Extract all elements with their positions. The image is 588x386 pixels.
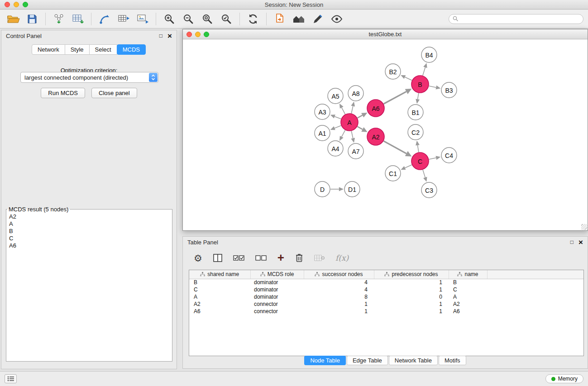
table-cell[interactable]: B bbox=[189, 279, 250, 286]
export-image-button[interactable] bbox=[134, 11, 151, 27]
table-cell[interactable]: 8 bbox=[304, 293, 374, 300]
table-row[interactable]: Adominator80A bbox=[189, 293, 583, 300]
list-item[interactable]: B bbox=[9, 228, 169, 235]
mcds-result-list[interactable]: A2ABCA6 bbox=[7, 213, 171, 360]
zoom-view-button[interactable] bbox=[204, 32, 209, 37]
graph-node-B2[interactable]: B2 bbox=[385, 64, 401, 79]
graph-node-A7[interactable]: A7 bbox=[348, 143, 363, 159]
graph-node-C2[interactable]: C2 bbox=[408, 124, 423, 140]
network-window-titlebar[interactable]: testGlobe.txt bbox=[183, 29, 588, 39]
import-table-button[interactable] bbox=[70, 11, 86, 27]
float-table-panel-icon[interactable]: □ bbox=[570, 239, 574, 245]
table-cell[interactable]: A2 bbox=[189, 300, 250, 308]
delete-column-button[interactable] bbox=[295, 253, 304, 263]
table-row[interactable]: Cdominator41C bbox=[189, 286, 583, 293]
refresh-button[interactable] bbox=[245, 11, 261, 27]
table-cell[interactable]: A bbox=[449, 293, 487, 300]
zoom-selected-button[interactable] bbox=[218, 11, 234, 27]
graph-node-B4[interactable]: B4 bbox=[421, 47, 437, 62]
list-item[interactable]: A6 bbox=[9, 242, 169, 249]
task-history-button[interactable] bbox=[5, 374, 17, 383]
select-all-button[interactable] bbox=[233, 254, 245, 262]
column-header[interactable]: predecessor nodes bbox=[374, 270, 449, 279]
graph-node-A6[interactable]: A6 bbox=[367, 100, 384, 117]
tab-network[interactable]: Network bbox=[32, 44, 65, 55]
tab-node-table[interactable]: Node Table bbox=[304, 356, 346, 365]
table-cell[interactable]: 4 bbox=[304, 286, 374, 293]
table-cell[interactable]: A bbox=[189, 293, 250, 300]
table-cell[interactable]: 1 bbox=[304, 300, 374, 308]
table-cell[interactable]: B bbox=[449, 279, 487, 286]
graph-node-C4[interactable]: C4 bbox=[441, 148, 457, 163]
graph-node-A8[interactable]: A8 bbox=[348, 86, 363, 101]
add-column-button[interactable]: + bbox=[277, 253, 284, 263]
delete-table-button[interactable] bbox=[314, 254, 325, 262]
tab-select[interactable]: Select bbox=[89, 44, 117, 55]
table-cell[interactable]: dominator bbox=[250, 279, 304, 286]
zoom-in-button[interactable] bbox=[161, 11, 177, 27]
network-from-table-button[interactable] bbox=[115, 11, 132, 27]
close-window-button[interactable] bbox=[5, 2, 10, 7]
table-cell[interactable]: 4 bbox=[304, 279, 374, 286]
open-document-button[interactable] bbox=[272, 11, 288, 27]
resize-handle[interactable] bbox=[581, 224, 587, 230]
graph-node-A3[interactable]: A3 bbox=[315, 104, 330, 119]
table-cell[interactable]: connector bbox=[250, 300, 304, 308]
table-cell[interactable]: dominator bbox=[250, 293, 304, 300]
graph-node-B1[interactable]: B1 bbox=[408, 105, 423, 120]
zoom-out-button[interactable] bbox=[180, 11, 196, 27]
float-panel-icon[interactable]: □ bbox=[159, 33, 163, 38]
annotation-button[interactable] bbox=[310, 11, 326, 27]
table-settings-button[interactable]: ⚙ bbox=[194, 253, 202, 263]
zoom-window-button[interactable] bbox=[23, 2, 28, 7]
zoom-fit-button[interactable] bbox=[199, 11, 215, 27]
graph-node-A2[interactable]: A2 bbox=[367, 128, 384, 145]
search-input[interactable] bbox=[461, 16, 579, 22]
column-header[interactable]: successor nodes bbox=[304, 270, 374, 279]
graph-node-B3[interactable]: B3 bbox=[441, 82, 457, 98]
close-table-panel-icon[interactable]: × bbox=[578, 238, 583, 246]
table-cell[interactable]: connector bbox=[250, 308, 304, 315]
column-header[interactable]: MCDS role bbox=[250, 270, 304, 279]
show-hide-button[interactable] bbox=[329, 11, 345, 27]
network-graph[interactable]: B4B2BB3A8A5A6B1A3AC2A1A2A4A7C4CC1C3DD1 bbox=[183, 39, 588, 230]
open-session-button[interactable] bbox=[5, 11, 21, 27]
tab-mcds[interactable]: MCDS bbox=[117, 44, 146, 55]
table-cell[interactable]: A6 bbox=[189, 308, 250, 315]
minimize-window-button[interactable] bbox=[14, 2, 19, 7]
graph-node-D1[interactable]: D1 bbox=[344, 181, 360, 197]
column-header[interactable]: name bbox=[449, 270, 487, 279]
optimization-criterion-select[interactable]: largest connected component (directed) bbox=[20, 72, 158, 83]
list-item[interactable]: A2 bbox=[9, 213, 169, 220]
table-cell[interactable]: 1 bbox=[374, 279, 449, 286]
search-field[interactable] bbox=[449, 14, 583, 24]
graph-node-D[interactable]: D bbox=[315, 181, 330, 197]
graph-node-B[interactable]: B bbox=[411, 76, 429, 93]
run-mcds-button[interactable]: Run MCDS bbox=[41, 88, 85, 98]
new-network-button[interactable] bbox=[96, 11, 113, 27]
list-item[interactable]: A bbox=[9, 220, 169, 228]
table-row[interactable]: A2connector11A2 bbox=[189, 300, 583, 308]
function-builder-button[interactable]: f(x) bbox=[335, 253, 349, 262]
table-cell[interactable]: 1 bbox=[374, 300, 449, 308]
close-panel-button[interactable]: Close panel bbox=[91, 88, 137, 98]
list-item[interactable]: C bbox=[9, 235, 169, 242]
graph-node-C1[interactable]: C1 bbox=[385, 166, 401, 181]
home-button[interactable] bbox=[291, 11, 307, 27]
tab-motifs[interactable]: Motifs bbox=[439, 356, 466, 365]
table-cell[interactable]: 1 bbox=[374, 286, 449, 293]
graph-node-A4[interactable]: A4 bbox=[328, 141, 343, 156]
network-canvas[interactable]: B4B2BB3A8A5A6B1A3AC2A1A2A4A7C4CC1C3DD1 bbox=[183, 39, 588, 230]
graph-node-A1[interactable]: A1 bbox=[315, 125, 330, 141]
show-columns-button[interactable] bbox=[213, 253, 223, 262]
table-cell[interactable]: A2 bbox=[449, 300, 487, 308]
save-session-button[interactable] bbox=[24, 11, 40, 27]
tab-edge-table[interactable]: Edge Table bbox=[347, 356, 388, 365]
table-cell[interactable]: 1 bbox=[304, 308, 374, 315]
memory-button[interactable]: Memory bbox=[545, 374, 583, 383]
tab-network-table[interactable]: Network Table bbox=[389, 356, 438, 365]
table-cell[interactable]: C bbox=[189, 286, 250, 293]
tab-style[interactable]: Style bbox=[65, 44, 90, 55]
graph-node-A5[interactable]: A5 bbox=[328, 88, 343, 104]
minimize-view-button[interactable] bbox=[195, 32, 201, 37]
